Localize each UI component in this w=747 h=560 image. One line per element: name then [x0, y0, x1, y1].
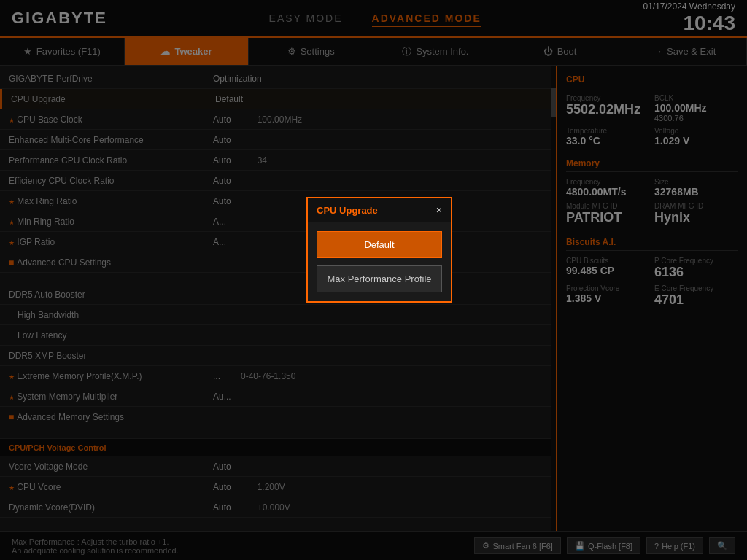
mem-dram: DRAM MFG ID Hynix: [654, 202, 738, 225]
setting-efficiency-cpu-clock[interactable]: Efficiency CPU Clock Ratio Auto: [0, 171, 556, 191]
tab-save-label: Save & Exit: [667, 46, 716, 57]
bclk-sub: 4300.76: [654, 114, 738, 122]
setting-cpu-upgrade[interactable]: CPU Upgrade Default: [0, 89, 556, 109]
datetime: 01/17/2024 Wednesday 10:43: [643, 1, 735, 35]
footer: Max Performance : Adjust the turbo ratio…: [0, 531, 747, 560]
modal-title: CPU Upgrade: [317, 205, 378, 216]
modal-body: Default Max Performance Profile: [308, 222, 451, 301]
tab-favorites[interactable]: ★ Favorites (F11): [0, 38, 125, 65]
setting-min-ring[interactable]: ★ Min Ring Ratio A...: [0, 211, 556, 232]
date-label: 01/17/2024 Wednesday: [643, 1, 735, 12]
footer-hint-line1: Max Performance : Adjust the turbo ratio…: [12, 537, 179, 546]
setting-enhanced-multicore[interactable]: Enhanced Multi-Core Performance Auto: [0, 130, 556, 150]
biscuits-stats-grid: CPU Biscuits 99.485 CP P Core Frequency …: [566, 257, 738, 308]
cpu-biscuits: CPU Biscuits 99.485 CP: [566, 257, 650, 280]
cpu-stats-section: CPU Frequency 5502.02MHz BCLK 100.00MHz …: [566, 74, 738, 147]
header: GIGABYTE EASY MODE ADVANCED MODE 01/17/2…: [0, 0, 747, 38]
modal-close-button[interactable]: ×: [436, 204, 442, 216]
logo: GIGABYTE: [12, 9, 107, 28]
setting-max-ring[interactable]: ★ Max Ring Ratio Auto: [0, 191, 556, 211]
sysinfo-icon: ⓘ: [402, 45, 411, 58]
biscuits-stats-section: Biscuits A.I. CPU Biscuits 99.485 CP P C…: [566, 237, 738, 308]
tweaker-icon: ☁: [160, 46, 170, 57]
group-ddr5-xmp: DDR5 XMP Booster: [0, 346, 556, 366]
search-button[interactable]: 🔍: [709, 537, 735, 554]
cpu-stats-title: CPU: [566, 74, 738, 88]
cpu-frequency: Frequency 5502.02MHz: [566, 94, 650, 122]
easy-mode-label[interactable]: EASY MODE: [269, 12, 343, 24]
tab-tweaker[interactable]: ☁ Tweaker: [125, 38, 249, 65]
setting-cpu-vcore[interactable]: ★ CPU Vcore Auto 1.200V: [0, 477, 556, 497]
setting-high-bandwidth[interactable]: High Bandwidth: [0, 305, 556, 325]
save-icon: →: [653, 46, 662, 57]
setting-perf-cpu-clock[interactable]: Performance CPU Clock Ratio Auto 34: [0, 150, 556, 171]
cpu-bclk: BCLK 100.00MHz 4300.76: [654, 94, 738, 122]
mode-selector: EASY MODE ADVANCED MODE: [269, 12, 481, 24]
smart-fan-button[interactable]: ⚙ Smart Fan 6 [F6]: [474, 537, 561, 554]
setting-advanced-cpu[interactable]: ■Advanced CPU Settings: [0, 252, 556, 273]
boot-icon: ⏻: [543, 46, 553, 57]
nav-tabs: ★ Favorites (F11) ☁ Tweaker ⚙ Settings ⓘ…: [0, 38, 747, 66]
biscuits-stats-title: Biscuits A.I.: [566, 237, 738, 251]
time-label: 10:43: [643, 12, 735, 35]
smart-fan-icon: ⚙: [482, 541, 489, 551]
settings-list: GIGABYTE PerfDrive Optimization CPU Upgr…: [0, 66, 556, 521]
mem-frequency: Frequency 4800.00MT/s: [566, 178, 650, 198]
setting-low-latency[interactable]: Low Latency: [0, 325, 556, 346]
modal-header: CPU Upgrade ×: [308, 198, 451, 222]
setting-igp-ratio[interactable]: ★ IGP Ratio A...: [0, 232, 556, 252]
setting-cpu-base-clock[interactable]: ★ CPU Base Clock Auto 100.00MHz: [0, 109, 556, 130]
scrollbar[interactable]: [551, 66, 556, 531]
memory-stats-title: Memory: [566, 158, 738, 172]
help-icon: ?: [654, 542, 659, 551]
setting-dynamic-vcore[interactable]: Dynamic Vcore(DVID) Auto +0.000V: [0, 497, 556, 518]
pcore-frequency: P Core Frequency 6136: [654, 257, 738, 280]
memory-stats-grid: Frequency 4800.00MT/s Size 32768MB Modul…: [566, 178, 738, 225]
setting-vcore-voltage-mode[interactable]: Vcore Voltage Mode Auto: [0, 456, 556, 477]
setting-advanced-memory[interactable]: ■Advanced Memory Settings: [0, 407, 556, 427]
setting-xmp[interactable]: ★ Extreme Memory Profile(X.M.P.) ... 0-4…: [0, 366, 556, 386]
modal-option-default[interactable]: Default: [317, 231, 442, 258]
footer-hint-line2: An adequate cooling solution is recommen…: [12, 546, 179, 555]
setting-gigabyte-perfdrive[interactable]: GIGABYTE PerfDrive Optimization: [0, 69, 556, 89]
setting-sys-mem-multiplier[interactable]: ★ System Memory Multiplier Au...: [0, 386, 556, 407]
mem-module: Module MFG ID PATRIOT: [566, 202, 650, 225]
stats-panel: CPU Frequency 5502.02MHz BCLK 100.00MHz …: [557, 66, 747, 531]
qflash-button[interactable]: 💾 Q-Flash [F8]: [567, 537, 640, 554]
settings-icon: ⚙: [287, 46, 296, 57]
footer-hint: Max Performance : Adjust the turbo ratio…: [12, 537, 179, 555]
spacer2: [0, 427, 556, 439]
tab-settings[interactable]: ⚙ Settings: [249, 38, 374, 65]
footer-buttons: ⚙ Smart Fan 6 [F6] 💾 Q-Flash [F8] ? Help…: [474, 537, 735, 554]
group-ddr5-auto: DDR5 Auto Booster: [0, 284, 556, 305]
tab-boot-label: Boot: [557, 46, 577, 57]
advanced-mode-label[interactable]: ADVANCED MODE: [372, 12, 481, 24]
modal-option-max-performance[interactable]: Max Performance Profile: [317, 265, 442, 292]
cpu-stats-grid: Frequency 5502.02MHz BCLK 100.00MHz 4300…: [566, 94, 738, 147]
tab-save[interactable]: → Save & Exit: [622, 38, 747, 65]
cpu-temperature: Temperature 33.0 °C: [566, 127, 650, 147]
scrollbar-thumb[interactable]: [551, 88, 556, 117]
mem-size: Size 32768MB: [654, 178, 738, 198]
qflash-icon: 💾: [575, 541, 585, 551]
tab-boot[interactable]: ⏻ Boot: [498, 38, 623, 65]
favorites-icon: ★: [23, 46, 32, 57]
tab-settings-label: Settings: [301, 46, 335, 57]
tab-sysinfo[interactable]: ⓘ System Info.: [374, 38, 498, 65]
ecore-frequency: E Core Frequency 4701: [654, 284, 738, 308]
tab-sysinfo-label: System Info.: [416, 46, 468, 57]
cpu-voltage: Voltage 1.029 V: [654, 127, 738, 147]
tab-tweaker-label: Tweaker: [174, 46, 212, 57]
settings-panel: GIGABYTE PerfDrive Optimization CPU Upgr…: [0, 66, 557, 531]
cpu-upgrade-modal: CPU Upgrade × Default Max Performance Pr…: [306, 197, 452, 303]
search-icon: 🔍: [717, 541, 727, 551]
tab-favorites-label: Favorites (F11): [36, 46, 101, 57]
memory-stats-section: Memory Frequency 4800.00MT/s Size 32768M…: [566, 158, 738, 225]
projection-vcore: Projection Vcore 1.385 V: [566, 284, 650, 308]
section-voltage-control: CPU/PCH Voltage Control: [0, 439, 556, 456]
help-button[interactable]: ? Help (F1): [646, 537, 703, 554]
spacer1: [0, 273, 556, 284]
